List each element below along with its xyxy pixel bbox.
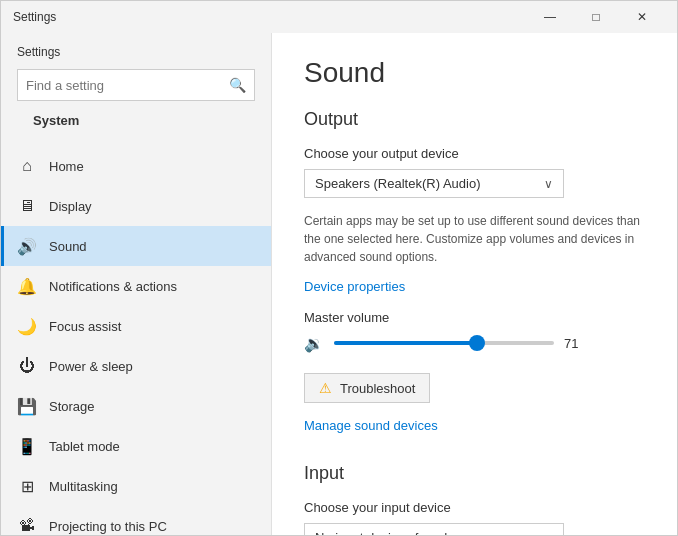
sidebar-item-notifications[interactable]: 🔔 Notifications & actions bbox=[1, 266, 271, 306]
volume-slider[interactable] bbox=[334, 333, 554, 353]
slider-fill bbox=[334, 341, 477, 345]
sidebar-item-display[interactable]: 🖥 Display bbox=[1, 186, 271, 226]
volume-section: Master volume 🔉 71 bbox=[304, 310, 645, 353]
sidebar-item-projecting[interactable]: 📽 Projecting to this PC bbox=[1, 506, 271, 535]
sidebar-item-power[interactable]: ⏻ Power & sleep bbox=[1, 346, 271, 386]
sound-icon: 🔊 bbox=[17, 236, 37, 256]
minimize-button[interactable]: — bbox=[527, 1, 573, 33]
sidebar-item-label-storage: Storage bbox=[49, 399, 95, 414]
sidebar-item-label-multitasking: Multitasking bbox=[49, 479, 118, 494]
volume-value: 71 bbox=[564, 336, 588, 351]
output-section-title: Output bbox=[304, 109, 645, 130]
sidebar-item-tablet[interactable]: 📱 Tablet mode bbox=[1, 426, 271, 466]
output-dropdown-chevron: ∨ bbox=[544, 177, 553, 191]
input-device-dropdown[interactable]: No input devices found ∨ bbox=[304, 523, 564, 535]
master-volume-label: Master volume bbox=[304, 310, 645, 325]
volume-row: 🔉 71 bbox=[304, 333, 645, 353]
troubleshoot-label: Troubleshoot bbox=[340, 381, 415, 396]
search-icon[interactable]: 🔍 bbox=[229, 77, 246, 93]
slider-track bbox=[334, 341, 554, 345]
focus-icon: 🌙 bbox=[17, 316, 37, 336]
sidebar-item-multitasking[interactable]: ⊞ Multitasking bbox=[1, 466, 271, 506]
warning-icon: ⚠ bbox=[319, 380, 332, 396]
sidebar-item-home[interactable]: ⌂ Home bbox=[1, 146, 271, 186]
sidebar-item-sound[interactable]: 🔊 Sound bbox=[1, 226, 271, 266]
sidebar-item-label-display: Display bbox=[49, 199, 92, 214]
sidebar-item-label-sound: Sound bbox=[49, 239, 87, 254]
page-title: Sound bbox=[304, 57, 645, 89]
titlebar: Settings — □ ✕ bbox=[1, 1, 677, 33]
manage-sound-devices-link[interactable]: Manage sound devices bbox=[304, 418, 438, 433]
output-device-value: Speakers (Realtek(R) Audio) bbox=[315, 176, 480, 191]
sidebar-item-label-notifications: Notifications & actions bbox=[49, 279, 177, 294]
titlebar-controls: — □ ✕ bbox=[527, 1, 665, 33]
content-area: Settings 🔍 System ⌂ Home 🖥 Display 🔊 bbox=[1, 33, 677, 535]
titlebar-title: Settings bbox=[13, 10, 56, 24]
main-content: Sound Output Choose your output device S… bbox=[271, 33, 677, 535]
home-icon: ⌂ bbox=[17, 156, 37, 176]
input-dropdown-chevron: ∨ bbox=[544, 531, 553, 536]
device-properties-link[interactable]: Device properties bbox=[304, 279, 405, 294]
sidebar-header: Settings 🔍 System bbox=[1, 33, 271, 146]
projecting-icon: 📽 bbox=[17, 516, 37, 535]
power-icon: ⏻ bbox=[17, 356, 37, 376]
sidebar-nav: ⌂ Home 🖥 Display 🔊 Sound 🔔 Notifications… bbox=[1, 146, 271, 535]
troubleshoot-button[interactable]: ⚠ Troubleshoot bbox=[304, 373, 430, 403]
system-section-label: System bbox=[17, 113, 255, 138]
sidebar: Settings 🔍 System ⌂ Home 🖥 Display 🔊 bbox=[1, 33, 271, 535]
output-choose-label: Choose your output device bbox=[304, 146, 645, 161]
search-box[interactable]: 🔍 bbox=[17, 69, 255, 101]
slider-thumb[interactable] bbox=[469, 335, 485, 351]
storage-icon: 💾 bbox=[17, 396, 37, 416]
tablet-icon: 📱 bbox=[17, 436, 37, 456]
maximize-button[interactable]: □ bbox=[573, 1, 619, 33]
sidebar-item-label-tablet: Tablet mode bbox=[49, 439, 120, 454]
sidebar-item-label-projecting: Projecting to this PC bbox=[49, 519, 167, 534]
output-device-dropdown[interactable]: Speakers (Realtek(R) Audio) ∨ bbox=[304, 169, 564, 198]
input-device-value: No input devices found bbox=[315, 530, 447, 535]
sidebar-app-title: Settings bbox=[17, 45, 255, 59]
notifications-icon: 🔔 bbox=[17, 276, 37, 296]
multitasking-icon: ⊞ bbox=[17, 476, 37, 496]
input-choose-label: Choose your input device bbox=[304, 500, 645, 515]
sidebar-item-label-home: Home bbox=[49, 159, 84, 174]
sidebar-item-label-focus: Focus assist bbox=[49, 319, 121, 334]
volume-speaker-icon: 🔉 bbox=[304, 334, 324, 353]
display-icon: 🖥 bbox=[17, 196, 37, 216]
sidebar-item-focus[interactable]: 🌙 Focus assist bbox=[1, 306, 271, 346]
sidebar-item-storage[interactable]: 💾 Storage bbox=[1, 386, 271, 426]
annotation-arrow bbox=[271, 33, 277, 108]
sidebar-item-label-power: Power & sleep bbox=[49, 359, 133, 374]
close-button[interactable]: ✕ bbox=[619, 1, 665, 33]
search-input[interactable] bbox=[26, 78, 229, 93]
input-section-title: Input bbox=[304, 463, 645, 484]
output-info-text: Certain apps may be set up to use differ… bbox=[304, 212, 645, 266]
settings-window: Settings — □ ✕ Settings 🔍 System ⌂ Home bbox=[0, 0, 678, 536]
